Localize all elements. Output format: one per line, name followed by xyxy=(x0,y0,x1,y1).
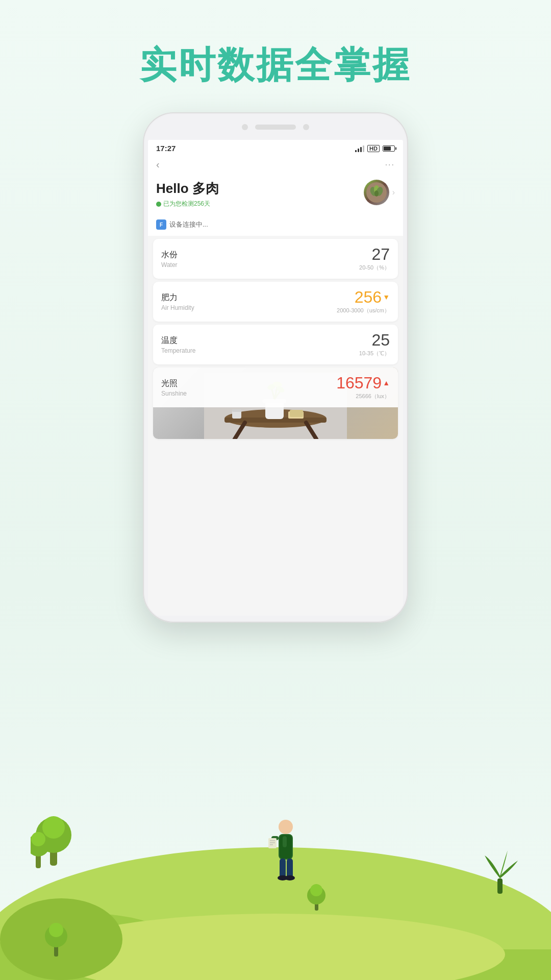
water-label: 水份 Water xyxy=(161,250,178,268)
battery-icon xyxy=(383,145,395,152)
data-cards: 水份 Water 27 20-50（%） 肥力 Air Humidity xyxy=(148,236,403,616)
svg-rect-47 xyxy=(287,859,293,878)
avatar xyxy=(364,180,389,205)
svg-rect-21 xyxy=(232,409,241,412)
water-value-wrap: 27 20-50（%） xyxy=(359,246,390,272)
more-button[interactable]: ··· xyxy=(385,160,395,169)
svg-point-36 xyxy=(310,884,322,896)
svg-rect-33 xyxy=(497,878,503,894)
device-icon: F xyxy=(156,219,166,230)
avatar-wrap[interactable]: › xyxy=(364,180,395,205)
sunshine-value-row: 16579 ▲ xyxy=(336,375,390,391)
up-arrow-icon: ▲ xyxy=(383,379,390,387)
device-status-text: 设备连接中... xyxy=(169,220,208,229)
svg-point-52 xyxy=(49,923,63,937)
tree-small-bottom xyxy=(306,881,327,914)
svg-rect-41 xyxy=(283,836,287,847)
tree-bottom-left xyxy=(41,917,71,960)
temperature-label: 温度 Temperature xyxy=(161,335,195,354)
status-icons: HD xyxy=(355,145,395,152)
svg-point-32 xyxy=(31,832,45,846)
temperature-card[interactable]: 温度 Temperature 25 10-35（℃） xyxy=(153,325,398,364)
down-arrow-icon: ▼ xyxy=(383,293,390,301)
page-title: 实时数据全掌握 xyxy=(0,0,551,90)
svg-rect-42 xyxy=(268,838,277,848)
svg-rect-19 xyxy=(290,410,303,417)
back-button[interactable]: ‹ xyxy=(156,159,160,170)
avatar-chevron-icon: › xyxy=(392,188,395,197)
svg-point-4 xyxy=(374,190,379,197)
phone-mockup: 17:27 HD ‹ ··· xyxy=(143,112,408,623)
svg-point-29 xyxy=(42,816,65,839)
device-status: F 设备连接中... xyxy=(148,215,403,236)
sunshine-value-wrap: 16579 ▲ 25666（lux） xyxy=(336,375,390,400)
status-bar: 17:27 HD xyxy=(148,140,403,155)
camera-dot xyxy=(242,124,248,130)
front-camera xyxy=(303,124,309,130)
detection-badge: 已为您检测256天 xyxy=(156,200,219,208)
tree-right xyxy=(480,845,520,898)
greeting-text: Hello 多肉 xyxy=(156,180,219,198)
ground-section xyxy=(0,806,551,980)
sunshine-label: 光照 Sunshine xyxy=(161,378,187,397)
fertility-value-wrap: 256 ▼ 2000-3000（us/cm） xyxy=(337,289,390,314)
app-nav: ‹ ··· xyxy=(148,155,403,175)
sunshine-overlay: 光照 Sunshine 16579 ▲ 25666（lux） xyxy=(153,368,398,407)
person-figure xyxy=(260,817,301,888)
phone-top-bar xyxy=(145,114,406,140)
sunshine-card[interactable]: 光照 Sunshine 16579 ▲ 25666（lux） xyxy=(153,368,398,439)
svg-rect-46 xyxy=(280,859,286,878)
fertility-label: 肥力 Air Humidity xyxy=(161,292,194,311)
phone-screen: 17:27 HD ‹ ··· xyxy=(148,140,403,616)
status-time: 17:27 xyxy=(156,144,176,153)
svg-point-49 xyxy=(285,875,295,880)
header-left: Hello 多肉 已为您检测256天 xyxy=(156,180,219,208)
green-dot-icon xyxy=(156,202,161,207)
detection-days-text: 已为您检测256天 xyxy=(163,200,210,208)
tree-left xyxy=(31,804,77,878)
speaker xyxy=(255,125,296,130)
fertility-card[interactable]: 肥力 Air Humidity 256 ▼ 2000-3000（us/cm） xyxy=(153,282,398,322)
signal-icon xyxy=(355,145,364,152)
svg-point-37 xyxy=(279,820,293,834)
app-header: Hello 多肉 已为您检测256天 xyxy=(148,175,403,215)
hd-badge: HD xyxy=(367,145,380,152)
water-card[interactable]: 水份 Water 27 20-50（%） xyxy=(153,239,398,279)
fertility-value-row: 256 ▼ xyxy=(337,289,390,305)
temperature-value-wrap: 25 10-35（℃） xyxy=(359,332,390,357)
